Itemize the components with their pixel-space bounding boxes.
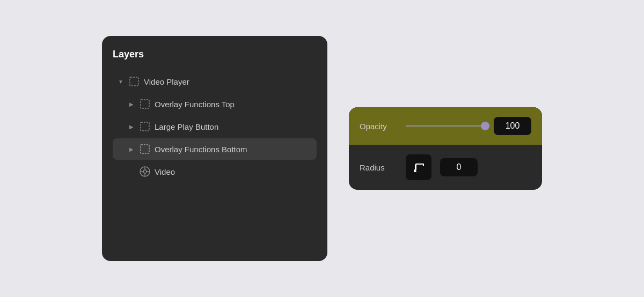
- radius-value[interactable]: 0: [440, 158, 478, 176]
- properties-panel: Opacity 100 Radius 0: [349, 107, 542, 190]
- svg-rect-1: [141, 100, 149, 108]
- dashed-rect-icon: [140, 144, 150, 154]
- chevron-collapsed-icon: [128, 145, 135, 153]
- layer-label-overlay-top: Overlay Functions Top: [155, 100, 312, 109]
- slider-thumb[interactable]: [481, 122, 489, 130]
- dashed-rect-icon: [129, 76, 140, 87]
- layers-panel: Layers Video Player Overlay Functions To…: [102, 36, 327, 261]
- layer-item-overlay-top[interactable]: Overlay Functions Top: [113, 93, 317, 115]
- opacity-row: Opacity 100: [349, 107, 542, 145]
- layer-item-video[interactable]: Video: [113, 161, 317, 182]
- chevron-expanded-icon: [117, 78, 125, 85]
- chevron-collapsed-icon: [128, 100, 135, 108]
- layer-label-video-player: Video Player: [144, 77, 312, 86]
- layer-item-overlay-bottom[interactable]: Overlay Functions Bottom: [113, 138, 317, 160]
- svg-rect-2: [141, 122, 149, 131]
- radius-label: Radius: [360, 163, 397, 172]
- layer-label-video: Video: [155, 167, 312, 176]
- opacity-label: Opacity: [360, 122, 397, 131]
- panel-title: Layers: [113, 49, 317, 60]
- slider-fill: [406, 125, 485, 127]
- radius-row: Radius 0: [349, 145, 542, 190]
- opacity-slider[interactable]: [406, 125, 485, 127]
- dashed-rect-icon: [140, 121, 150, 132]
- layer-list: Video Player Overlay Functions Top Large…: [113, 71, 317, 182]
- svg-rect-3: [141, 145, 149, 153]
- svg-rect-0: [130, 77, 138, 86]
- corner-radius-icon: [412, 161, 425, 174]
- layer-label-overlay-bottom: Overlay Functions Bottom: [155, 145, 312, 154]
- svg-point-5: [143, 170, 147, 173]
- layer-label-large-play: Large Play Button: [155, 122, 312, 131]
- layer-item-video-player[interactable]: Video Player: [113, 71, 317, 92]
- video-layer-icon: [140, 166, 150, 177]
- slider-track: [406, 125, 485, 127]
- dashed-rect-icon: [140, 99, 150, 109]
- chevron-collapsed-icon: [128, 123, 135, 130]
- opacity-value[interactable]: 100: [494, 117, 531, 135]
- layer-item-large-play[interactable]: Large Play Button: [113, 116, 317, 137]
- radius-icon-box[interactable]: [406, 154, 431, 180]
